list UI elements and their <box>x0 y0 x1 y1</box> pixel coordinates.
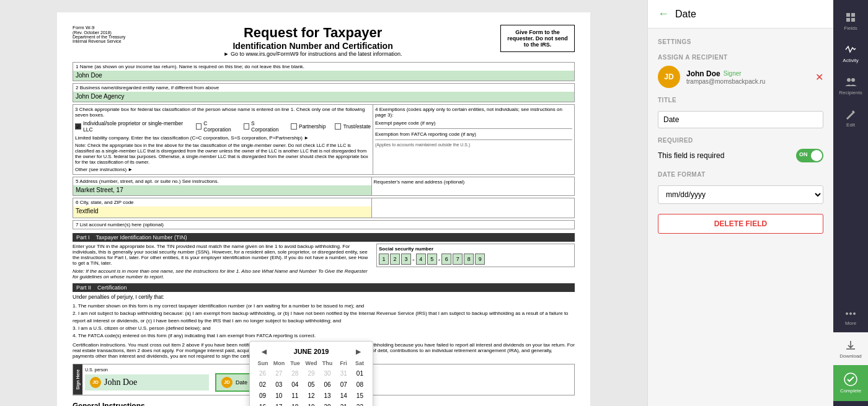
cal-day[interactable]: 29 <box>303 368 319 379</box>
right-panel: ← Date SETTINGS ASSIGN A RECIPIENT JD Jo… <box>647 0 833 406</box>
checkbox-individual-box[interactable]: ✓ <box>75 123 81 130</box>
cal-day[interactable]: 31 <box>336 368 352 379</box>
sidebar-icons: Fields Activity Recipients Edit M <box>833 0 868 406</box>
field4-label: 4 Exemptions (codes apply only to certai… <box>375 107 572 118</box>
cal-day[interactable]: 02 <box>255 379 270 390</box>
cal-day[interactable]: 11 <box>287 391 303 401</box>
cal-day[interactable]: 05 <box>303 379 319 390</box>
fields34-section: 3 Check appropriate box for federal tax … <box>73 104 575 175</box>
cal-day[interactable]: 18 <box>287 402 303 406</box>
cal-day[interactable]: 26 <box>255 368 270 379</box>
date-placeholder: Date <box>236 379 247 386</box>
account-section: 7 List account number(s) here (optional) <box>73 220 575 229</box>
panel-content: SETTINGS ASSIGN A RECIPIENT JD John Doe … <box>648 29 833 406</box>
toggle-knob <box>811 150 822 161</box>
part2-text: Under penalties of perjury, I certify th… <box>73 294 575 300</box>
checkbox-individual[interactable]: ✓ Individual/sole proprietor or single-m… <box>75 120 187 133</box>
cal-day[interactable]: 13 <box>320 391 335 401</box>
tin-section: Enter your TIN in the appropriate box. T… <box>73 244 575 280</box>
date-format-select[interactable]: mm/dd/yyyy dd/mm/yyyy yyyy/mm/dd <box>658 185 823 204</box>
city-right <box>372 198 574 218</box>
cal-day[interactable]: 08 <box>352 379 368 390</box>
form-title-line2: Identification Number and Certification <box>138 41 488 51</box>
cal-days-header: Sun Mon Tue Wed Thu Fri Sat <box>255 360 368 366</box>
checkbox-trust-box[interactable] <box>335 123 341 130</box>
cal-day[interactable]: 28 <box>287 368 303 379</box>
complete-icon <box>844 373 857 386</box>
cal-day[interactable]: 07 <box>336 379 352 390</box>
checkbox-partnership[interactable]: Partnership <box>291 123 326 130</box>
checkbox-trust[interactable]: Trust/estate <box>335 123 371 130</box>
cal-next-btn[interactable]: ► <box>352 346 365 356</box>
part1-note: Note: If the account is in more than one… <box>73 268 370 280</box>
cal-day[interactable]: 03 <box>271 379 286 390</box>
back-button[interactable]: ← <box>658 7 669 20</box>
remove-recipient-btn[interactable]: ✕ <box>815 71 823 83</box>
recipients-icon <box>844 76 857 88</box>
complete-btn[interactable]: Complete <box>833 365 868 401</box>
cal-day[interactable]: 01 <box>352 368 368 379</box>
ssn-d6: 6 <box>441 254 451 265</box>
part2-header: Part II Certification <box>73 283 575 292</box>
delete-field-btn[interactable]: DELETE FIELD <box>658 214 823 234</box>
give-form-box: Give Form to the requester. Do not send … <box>500 25 575 52</box>
cal-header: ◄ JUNE 2019 ► <box>255 346 368 356</box>
checkbox-scorp[interactable]: S Corporation <box>244 120 281 133</box>
city-label: 6 City, state, and ZIP code <box>73 198 371 206</box>
download-label: Download <box>839 353 862 359</box>
form-title-line1: Request for Taxpayer <box>138 25 488 41</box>
signature-field[interactable]: JD John Doe <box>85 374 209 391</box>
recipient-avatar: JD <box>658 66 680 88</box>
sidebar-item-edit[interactable]: Edit <box>833 102 868 134</box>
part1-text: Enter your TIN in the appropriate box. T… <box>73 244 370 266</box>
cal-day[interactable]: 10 <box>271 391 286 401</box>
checkbox-scorp-label: S Corporation <box>251 120 281 133</box>
cert-2: 2. I am not subject to backup withholdin… <box>73 310 575 325</box>
panel-header: ← Date <box>648 0 833 29</box>
cal-day[interactable]: 06 <box>320 379 335 390</box>
cal-thu: Thu <box>319 360 335 366</box>
cal-wed: Wed <box>303 360 319 366</box>
cal-day[interactable]: 21 <box>336 402 352 406</box>
svg-rect-3 <box>851 18 855 22</box>
required-toggle[interactable]: ON <box>796 149 823 162</box>
checkbox-ccorp-box[interactable] <box>196 123 202 130</box>
field2-label: 2 Business name/disregarded entity name,… <box>73 84 574 92</box>
recipients-label: Recipients <box>839 90 862 95</box>
field3-col: 3 Check appropriate box for federal tax … <box>73 105 373 174</box>
cal-day[interactable]: 30 <box>320 368 335 379</box>
certification-list: 1. The number shown on this form is my c… <box>73 302 575 340</box>
checkbox-scorp-box[interactable] <box>244 123 249 130</box>
cal-day[interactable]: 19 <box>303 402 319 406</box>
checkbox-trust-label: Trust/estate <box>343 123 371 130</box>
cal-day[interactable]: 20 <box>320 402 335 406</box>
field4-col: 4 Exemptions (codes apply only to certai… <box>373 105 574 174</box>
cal-day[interactable]: 16 <box>255 402 270 406</box>
checkbox-partnership-box[interactable] <box>291 123 297 130</box>
cal-day[interactable]: 17 <box>271 402 286 406</box>
sidebar-item-activity[interactable]: Activity <box>833 37 868 69</box>
city-row: 6 City, state, and ZIP code Textfield <box>73 198 575 218</box>
title-input[interactable] <box>658 111 823 128</box>
field2-value: John Doe Agency <box>73 92 574 102</box>
cal-day[interactable]: 14 <box>336 391 352 401</box>
cal-day[interactable]: 27 <box>271 368 286 379</box>
svg-point-6 <box>846 312 848 315</box>
sidebar-item-fields[interactable]: Fields <box>833 5 868 37</box>
cal-day[interactable]: 09 <box>255 391 270 401</box>
cal-day[interactable]: 12 <box>303 391 319 401</box>
cal-day[interactable]: 22 <box>352 402 368 406</box>
cal-prev-btn[interactable]: ◄ <box>257 346 271 356</box>
cal-day[interactable]: 15 <box>352 391 368 401</box>
settings-label: SETTINGS <box>658 38 823 45</box>
part2-title: Part II <box>76 285 91 291</box>
complete-label: Complete <box>840 388 861 394</box>
account-label: 7 List account number(s) here (optional) <box>73 221 574 229</box>
checkbox-ccorp[interactable]: C Corporation <box>196 120 234 133</box>
svg-rect-1 <box>851 13 855 17</box>
more-btn[interactable]: More <box>833 302 868 332</box>
requester-label: Requester's name and address (optional) <box>374 179 572 185</box>
sidebar-item-recipients[interactable]: Recipients <box>833 69 868 102</box>
cal-day[interactable]: 04 <box>287 379 303 390</box>
download-btn[interactable]: Download <box>833 332 868 365</box>
